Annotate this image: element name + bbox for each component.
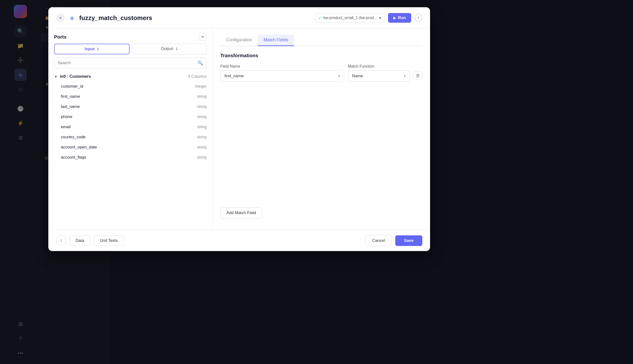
table-row: customer_id integer <box>51 81 209 92</box>
unit-tests-button[interactable]: Unit Tests <box>94 236 124 246</box>
save-button[interactable]: Save <box>395 235 422 246</box>
environment-selector[interactable]: ✓ kw-product_small_1 (kw-prod... ▾ <box>315 14 385 22</box>
column-name: first_name <box>61 94 197 99</box>
add-match-field-container: Add Match Field <box>220 207 422 224</box>
transformations-title: Transformations <box>220 53 422 58</box>
tab-match-fields[interactable]: Match Fields <box>258 34 294 46</box>
chevron-down-icon: ▾ <box>404 74 406 78</box>
column-name: account_flags <box>61 155 197 160</box>
search-input[interactable] <box>58 60 195 66</box>
modal-footer: i Data Unit Tests Cancel Save <box>48 230 430 251</box>
table-row: account_open_date string <box>51 142 209 152</box>
modal-dialog: × ◈ fuzzy_match_customers ✓ kw-product_s… <box>48 7 430 251</box>
env-check-icon: ✓ <box>319 16 322 20</box>
column-name: customer_id <box>61 84 195 89</box>
dataset-header: ▼ in0 : Customers 8 Columns <box>51 72 209 81</box>
info-icon[interactable]: i <box>415 14 422 22</box>
column-name: phone <box>61 114 197 119</box>
match-function-label: Match Function <box>348 64 410 68</box>
modal-header: × ◈ fuzzy_match_customers ✓ kw-product_s… <box>48 7 430 29</box>
chevron-down-icon: ▾ <box>338 74 340 78</box>
match-function-value: Name <box>352 74 402 78</box>
modal-body: Ports ✏ Input 1 Output 1 🔍 ▼ in0 : Custo… <box>48 29 430 230</box>
table-row: first_name string <box>51 92 209 102</box>
match-function-group: Match Function Name ▾ <box>348 64 410 82</box>
delete-field-button[interactable]: 🗑 <box>414 71 422 80</box>
dataset-name: in0 : Customers <box>60 74 91 79</box>
column-type: string <box>197 135 207 139</box>
env-label: kw-product_small_1 (kw-prod... <box>324 16 377 20</box>
output-count: 1 <box>175 46 177 51</box>
config-panel: Configuration Match Fields Transformatio… <box>213 29 430 230</box>
close-button[interactable]: × <box>56 14 65 22</box>
collapse-arrow-icon[interactable]: ▼ <box>54 74 58 78</box>
column-type: string <box>197 155 207 160</box>
match-function-select[interactable]: Name ▾ <box>348 70 410 82</box>
column-type: string <box>197 145 207 150</box>
field-name-group: Field Name first_name ▾ <box>220 64 344 82</box>
chevron-down-icon: ▾ <box>379 16 381 20</box>
footer-info-button[interactable]: i <box>56 236 66 246</box>
search-icon: 🔍 <box>198 60 203 66</box>
modal-header-actions: ✓ kw-product_small_1 (kw-prod... ▾ Run i <box>315 13 422 23</box>
column-type: string <box>197 104 207 109</box>
column-type: string <box>197 94 207 99</box>
modal-title: fuzzy_match_customers <box>79 14 311 22</box>
edit-button[interactable]: ✏ <box>199 33 207 41</box>
config-tabs: Configuration Match Fields <box>220 34 422 46</box>
input-count: 1 <box>97 47 99 51</box>
field-name-select[interactable]: first_name ▾ <box>220 70 344 82</box>
ports-title: Ports <box>54 34 67 40</box>
info-circle-icon: i <box>61 238 62 243</box>
node-icon: ◈ <box>68 14 76 22</box>
column-name: last_name <box>61 104 197 109</box>
ports-panel: Ports ✏ Input 1 Output 1 🔍 ▼ in0 : Custo… <box>48 29 213 230</box>
add-match-field-button[interactable]: Add Match Field <box>220 207 262 218</box>
output-tab[interactable]: Output 1 <box>132 44 207 54</box>
table-row: last_name string <box>51 102 209 112</box>
columns-list: ▼ in0 : Customers 8 Columns customer_id … <box>48 72 212 230</box>
port-tabs: Input 1 Output 1 <box>48 44 212 58</box>
table-row: country_code string <box>51 132 209 142</box>
column-name: country_code <box>61 135 197 140</box>
columns-count: 8 Columns <box>188 74 207 79</box>
column-type: string <box>197 115 207 119</box>
column-name: email <box>61 124 197 130</box>
tab-configuration[interactable]: Configuration <box>220 34 258 46</box>
column-type: integer <box>195 84 207 88</box>
search-box[interactable]: 🔍 <box>54 58 207 68</box>
column-name: account_open_date <box>61 145 197 150</box>
field-name-label: Field Name <box>220 64 344 68</box>
table-row: phone string <box>51 112 209 122</box>
cancel-button[interactable]: Cancel <box>365 235 392 246</box>
column-type: string <box>197 125 207 129</box>
input-tab[interactable]: Input 1 <box>54 44 130 54</box>
data-button[interactable]: Data <box>70 236 90 246</box>
field-name-value: first_name <box>224 74 336 78</box>
table-row: email string <box>51 122 209 132</box>
ports-header: Ports ✏ <box>48 29 212 44</box>
run-button[interactable]: Run <box>388 13 411 23</box>
match-field-row: Field Name first_name ▾ Match Function N… <box>220 64 422 82</box>
table-row: account_flags string <box>51 152 209 162</box>
